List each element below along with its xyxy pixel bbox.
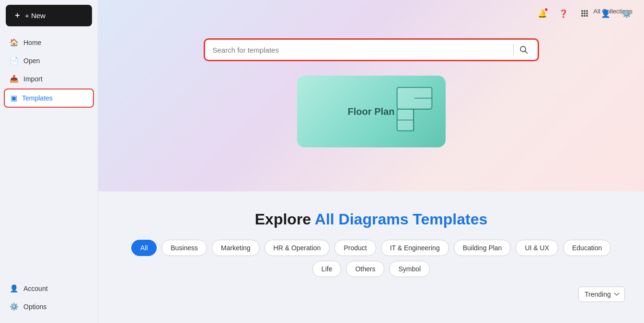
plus-icon: ＋ xyxy=(13,11,21,21)
bottom-bar: TrendingNewestPopular xyxy=(117,283,625,306)
filter-chip-all[interactable]: All xyxy=(131,240,157,256)
sidebar-item-account-label: Account xyxy=(23,285,48,292)
svg-point-3 xyxy=(581,12,583,14)
explore-title: Explore All Diagrams Templates xyxy=(255,211,488,228)
svg-point-5 xyxy=(586,12,588,14)
filter-chip-education[interactable]: Education xyxy=(563,240,611,256)
explore-section: Explore All Diagrams Templates AllBusine… xyxy=(98,191,644,317)
explore-title-plain: Explore xyxy=(255,211,311,228)
sidebar-item-options[interactable]: ⚙️ Options xyxy=(4,298,94,315)
filter-row: AllBusinessMarketingHR & OperationProduc… xyxy=(117,240,625,277)
search-button[interactable] xyxy=(518,45,530,55)
sidebar-item-open[interactable]: 📄 Open xyxy=(4,52,94,69)
floor-plan-label: Floor Plan xyxy=(348,106,395,117)
filter-chip-product[interactable]: Product xyxy=(334,240,376,256)
home-icon: 🏠 xyxy=(10,38,19,47)
svg-point-6 xyxy=(581,15,583,17)
sidebar-item-import[interactable]: 📥 Import xyxy=(4,70,94,88)
main-content: 🔔 ❓ 👤 ⚙️ All Collections xyxy=(98,0,644,323)
filter-chip-it_engineering[interactable]: IT & Engineering xyxy=(381,240,449,256)
sidebar: ＋ + New 🏠 Home 📄 Open 📥 Import ▣ Templat… xyxy=(0,0,98,323)
notification-dot xyxy=(544,8,548,11)
apps-icon[interactable] xyxy=(577,6,592,21)
search-divider xyxy=(513,45,514,55)
options-icon: ⚙️ xyxy=(10,302,19,311)
filter-chip-hr_operation[interactable]: HR & Operation xyxy=(264,240,330,256)
floor-plan-graphic xyxy=(393,85,436,133)
filter-chip-symbol[interactable]: Symbol xyxy=(389,261,430,277)
sidebar-item-home-label: Home xyxy=(23,39,41,46)
hero-section: All Collections Floor Plan xyxy=(98,0,644,191)
gear-icon[interactable]: ⚙️ xyxy=(619,6,634,21)
sidebar-item-templates-label: Templates xyxy=(22,94,53,102)
svg-point-1 xyxy=(584,10,586,12)
svg-point-2 xyxy=(586,10,588,12)
import-icon: 📥 xyxy=(10,75,19,83)
sort-select[interactable]: TrendingNewestPopular xyxy=(578,287,625,302)
sidebar-item-account[interactable]: 👤 Account xyxy=(4,280,94,297)
filter-chip-business[interactable]: Business xyxy=(161,240,207,256)
filter-chip-others[interactable]: Others xyxy=(346,261,384,277)
sidebar-item-home[interactable]: 🏠 Home xyxy=(4,34,94,51)
search-bar xyxy=(204,38,539,61)
filter-chip-building_plan[interactable]: Building Plan xyxy=(454,240,511,256)
topbar: 🔔 ❓ 👤 ⚙️ xyxy=(98,0,644,27)
explore-title-highlight: All Diagrams Templates xyxy=(315,211,487,228)
sidebar-item-options-label: Options xyxy=(23,303,46,311)
filter-chip-ui_ux[interactable]: UI & UX xyxy=(516,240,558,256)
help-icon[interactable]: ❓ xyxy=(556,6,571,21)
sidebar-item-import-label: Import xyxy=(23,75,43,83)
new-button[interactable]: ＋ + New xyxy=(6,5,92,26)
svg-point-7 xyxy=(584,15,586,17)
templates-icon: ▣ xyxy=(11,94,17,102)
svg-point-4 xyxy=(584,12,586,14)
svg-point-8 xyxy=(586,15,588,17)
notification-icon[interactable]: 🔔 xyxy=(535,6,550,21)
filter-chip-life[interactable]: Life xyxy=(312,261,342,277)
filter-chip-marketing[interactable]: Marketing xyxy=(212,240,259,256)
sidebar-item-templates[interactable]: ▣ Templates xyxy=(4,89,94,108)
account-icon: 👤 xyxy=(10,284,19,293)
user-avatar-icon[interactable]: 👤 xyxy=(598,6,613,21)
search-input[interactable] xyxy=(213,46,509,54)
new-button-label: + New xyxy=(25,11,46,20)
sidebar-bottom: 👤 Account ⚙️ Options xyxy=(0,276,98,323)
floor-plan-card[interactable]: Floor Plan xyxy=(297,76,446,147)
sidebar-item-open-label: Open xyxy=(23,57,40,65)
svg-line-10 xyxy=(525,51,527,54)
open-icon: 📄 xyxy=(10,56,19,65)
sidebar-nav: 🏠 Home 📄 Open 📥 Import ▣ Templates xyxy=(0,32,98,276)
svg-point-0 xyxy=(581,10,583,12)
